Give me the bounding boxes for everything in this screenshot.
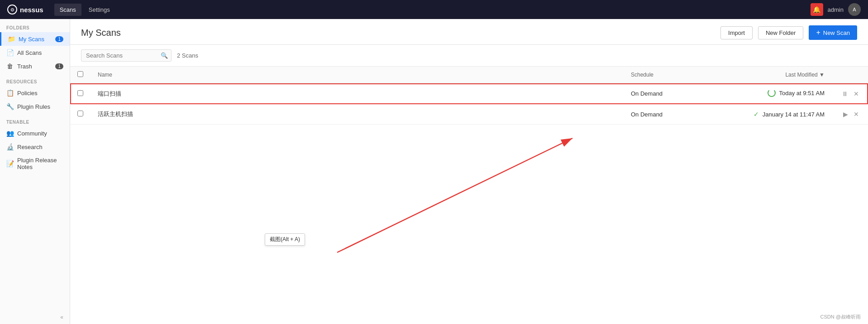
folders-section-label: FOLDERS xyxy=(0,19,70,32)
row1-action-icons: ⏸ ✕ xyxy=(839,89,861,98)
nav-item-settings[interactable]: Settings xyxy=(83,4,115,16)
scans-table: Name Schedule Last Modified ▼ xyxy=(70,67,868,125)
folder-icon: 📁 xyxy=(8,35,15,43)
sidebar-item-plugin-rules[interactable]: 🔧 Plugin Rules xyxy=(0,100,70,113)
notification-bell[interactable]: 🔔 xyxy=(811,3,823,16)
scan-count: 2 Scans xyxy=(177,52,198,59)
top-nav: ⊙ nessus Scans Settings 🔔 admin A xyxy=(0,0,868,19)
resources-section-label: RESOURCES xyxy=(0,73,70,86)
sidebar-item-plugin-release-notes[interactable]: 📝 Plugin Release Notes xyxy=(0,154,70,174)
app-logo[interactable]: ⊙ nessus xyxy=(7,5,43,15)
row2-action-icons: ▶ ✕ xyxy=(839,110,861,119)
new-folder-button[interactable]: New Folder xyxy=(758,26,803,39)
col-check-header xyxy=(70,67,91,83)
table-header-row: Name Schedule Last Modified ▼ xyxy=(70,67,868,83)
sidebar-item-research[interactable]: 🔬 Research xyxy=(0,140,70,154)
col-actions-header xyxy=(832,67,868,83)
scans-table-wrap: Name Schedule Last Modified ▼ xyxy=(70,67,868,324)
row1-checkbox[interactable] xyxy=(77,90,83,96)
screenshot-tooltip: 截图(Alt + A) xyxy=(265,233,305,246)
sidebar-collapse-btn[interactable]: « xyxy=(0,310,70,324)
row2-play-icon[interactable]: ▶ xyxy=(841,110,850,119)
release-notes-icon: 📝 xyxy=(6,160,14,167)
row2-checkbox[interactable] xyxy=(77,111,83,116)
search-input[interactable] xyxy=(81,49,172,62)
sidebar-item-all-scans[interactable]: 📄 All Scans xyxy=(0,46,70,59)
import-button[interactable]: Import xyxy=(720,26,753,39)
sidebar: FOLDERS 📁 My Scans 1 📄 All Scans 🗑 Trash… xyxy=(0,19,70,324)
sidebar-item-policies[interactable]: 📋 Policies xyxy=(0,86,70,100)
done-status-icon: ✓ xyxy=(754,111,759,118)
release-notes-label: Plugin Release Notes xyxy=(17,157,63,170)
plugin-rules-label: Plugin Rules xyxy=(17,103,50,110)
row2-delete-icon[interactable]: ✕ xyxy=(852,110,861,119)
row1-delete-icon[interactable]: ✕ xyxy=(852,89,861,98)
bell-icon: 🔔 xyxy=(813,6,820,13)
plugin-rules-icon: 🔧 xyxy=(6,103,14,110)
logo-circle: ⊙ xyxy=(7,5,17,15)
col-modified-header[interactable]: Last Modified ▼ xyxy=(714,67,832,83)
sidebar-item-trash[interactable]: 🗑 Trash 1 xyxy=(0,59,70,73)
trash-label: Trash xyxy=(17,63,32,70)
admin-label: admin xyxy=(828,6,844,13)
policies-label: Policies xyxy=(17,90,38,97)
tenable-section-label: TENABLE xyxy=(0,113,70,126)
row1-name[interactable]: 端口扫描 xyxy=(91,83,624,104)
row2-modified: ✓ January 14 at 11:47 AM xyxy=(714,104,832,125)
row1-actions: ⏸ ✕ xyxy=(832,83,868,104)
col-name-header[interactable]: Name xyxy=(91,67,624,83)
sidebar-item-my-scans[interactable]: 📁 My Scans 1 xyxy=(0,32,70,46)
running-status-icon xyxy=(768,89,776,97)
row1-modified: Today at 9:51 AM xyxy=(714,83,832,104)
app-name: nessus xyxy=(20,6,43,14)
all-scans-label: All Scans xyxy=(17,49,42,56)
row2-schedule: On Demand xyxy=(624,104,714,125)
trash-icon: 🗑 xyxy=(6,63,14,70)
trash-badge: 1 xyxy=(55,63,63,69)
table-row: 活跃主机扫描 On Demand ✓ January 14 at 11:47 A… xyxy=(70,104,868,125)
svg-line-1 xyxy=(337,138,572,252)
main-content: My Scans Import New Folder + New Scan 🔍 … xyxy=(70,19,868,324)
policies-icon: 📋 xyxy=(6,89,14,97)
new-scan-label: New Scan xyxy=(823,29,850,36)
plus-icon: + xyxy=(816,29,820,37)
all-scans-icon: 📄 xyxy=(6,49,14,56)
top-nav-right: 🔔 admin A xyxy=(811,3,861,16)
row2-name[interactable]: 活跃主机扫描 xyxy=(91,104,624,125)
research-label: Research xyxy=(17,144,43,150)
new-scan-button[interactable]: + New Scan xyxy=(809,25,857,40)
my-scans-badge: 1 xyxy=(55,36,63,42)
search-input-wrap: 🔍 xyxy=(81,49,172,62)
nav-item-scans[interactable]: Scans xyxy=(54,4,81,16)
table-row: 端口扫描 On Demand Today at 9:51 AM xyxy=(70,83,868,104)
my-scans-label: My Scans xyxy=(19,36,44,43)
select-all-checkbox[interactable] xyxy=(77,71,83,77)
row2-check xyxy=(70,104,91,125)
main-header: My Scans Import New Folder + New Scan xyxy=(70,19,868,45)
search-icon: 🔍 xyxy=(161,52,168,59)
col-schedule-header: Schedule xyxy=(624,67,714,83)
row1-pause-icon[interactable]: ⏸ xyxy=(840,89,850,98)
row1-check xyxy=(70,83,91,104)
page-title: My Scans xyxy=(81,28,715,38)
research-icon: 🔬 xyxy=(6,143,14,150)
app-layout: FOLDERS 📁 My Scans 1 📄 All Scans 🗑 Trash… xyxy=(0,19,868,324)
search-bar: 🔍 2 Scans xyxy=(70,45,868,67)
admin-avatar[interactable]: A xyxy=(848,3,861,16)
community-icon: 👥 xyxy=(6,130,14,137)
row1-schedule: On Demand xyxy=(624,83,714,104)
community-label: Community xyxy=(17,130,47,137)
row2-actions: ▶ ✕ xyxy=(832,104,868,125)
sidebar-item-community[interactable]: 👥 Community xyxy=(0,126,70,140)
top-nav-items: Scans Settings xyxy=(54,4,115,16)
